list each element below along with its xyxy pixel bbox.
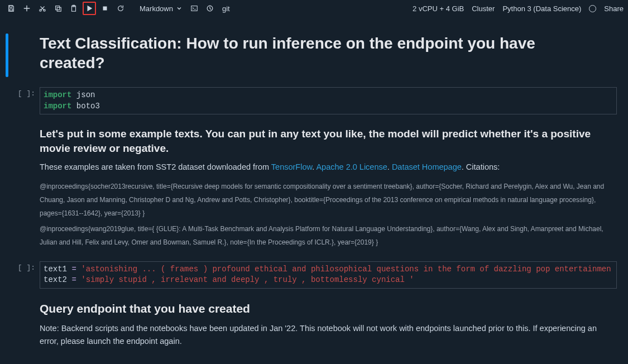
tensorflow-link[interactable]: TensorFlow bbox=[271, 162, 312, 171]
code-input[interactable]: text1 = 'astonishing ... ( frames ) prof… bbox=[40, 261, 617, 289]
insert-cell-button[interactable] bbox=[20, 2, 33, 15]
code-input[interactable]: import json import boto3 bbox=[40, 87, 617, 114]
license-link[interactable]: Apache 2.0 License bbox=[316, 162, 387, 171]
kernel-status-icon bbox=[589, 5, 596, 12]
stop-button[interactable] bbox=[98, 2, 112, 15]
kernel-label[interactable]: Python 3 (Data Science) bbox=[502, 4, 581, 13]
section-lead: Let's put in some example texts. You can… bbox=[40, 127, 617, 155]
section-heading: Query endpoint that you have created bbox=[40, 301, 617, 317]
dataset-homepage-link[interactable]: Dataset Homepage bbox=[392, 162, 462, 171]
restart-button[interactable] bbox=[114, 2, 127, 15]
share-button[interactable]: Share bbox=[604, 4, 624, 13]
page-title: Text Classification: How to run inferenc… bbox=[40, 33, 587, 73]
svg-rect-8 bbox=[103, 7, 107, 11]
notebook-body: Text Classification: How to run inferenc… bbox=[0, 17, 628, 364]
citation-text: @inproceedings{socher2013recursive, titl… bbox=[40, 180, 617, 220]
chevron-down-icon bbox=[176, 6, 182, 11]
git-button[interactable]: git bbox=[219, 4, 233, 13]
markdown-cell[interactable]: Text Classification: How to run inferenc… bbox=[6, 33, 628, 77]
in-prompt: [ ]: bbox=[12, 261, 40, 289]
markdown-cell[interactable]: Let's put in some example texts. You can… bbox=[6, 124, 628, 251]
section-body: These examples are taken from SST2 datas… bbox=[40, 161, 617, 174]
svg-rect-4 bbox=[56, 6, 60, 10]
save-button[interactable] bbox=[4, 2, 18, 15]
code-cell[interactable]: [ ]: import json import boto3 bbox=[6, 87, 628, 114]
svg-rect-5 bbox=[57, 7, 61, 11]
prompt-gutter bbox=[12, 299, 40, 354]
kernel-activity-icon[interactable] bbox=[203, 2, 217, 15]
cell-type-label: Markdown bbox=[140, 4, 173, 13]
svg-rect-9 bbox=[191, 6, 198, 11]
terminal-button[interactable] bbox=[188, 2, 201, 15]
cut-button[interactable] bbox=[36, 2, 49, 15]
svg-rect-1 bbox=[9, 9, 12, 11]
markdown-cell[interactable]: Query endpoint that you have created Not… bbox=[6, 299, 628, 354]
run-button[interactable] bbox=[83, 2, 96, 15]
prompt-gutter bbox=[12, 33, 40, 77]
toolbar-right: 2 vCPU + 4 GiB Cluster Python 3 (Data Sc… bbox=[413, 4, 624, 13]
copy-button[interactable] bbox=[51, 2, 65, 15]
citation-text: @inproceedings{wang2019glue, title={ {GL… bbox=[40, 222, 617, 249]
prompt-gutter bbox=[12, 124, 40, 251]
toolbar-left: Markdown git bbox=[4, 2, 233, 15]
cell-selected-indicator bbox=[6, 33, 8, 77]
section-note: Note: Backend scripts and the notebooks … bbox=[40, 322, 617, 348]
notebook-toolbar: Markdown git 2 vCPU + 4 GiB Cluster Pyth… bbox=[0, 0, 628, 17]
in-prompt: [ ]: bbox=[12, 87, 40, 114]
cluster-label[interactable]: Cluster bbox=[472, 4, 495, 13]
svg-rect-0 bbox=[9, 6, 12, 8]
code-cell[interactable]: [ ]: text1 = 'astonishing ... ( frames )… bbox=[6, 261, 628, 289]
resources-label[interactable]: 2 vCPU + 4 GiB bbox=[413, 4, 464, 13]
cell-type-select[interactable]: Markdown bbox=[136, 4, 185, 13]
paste-button[interactable] bbox=[67, 2, 80, 15]
